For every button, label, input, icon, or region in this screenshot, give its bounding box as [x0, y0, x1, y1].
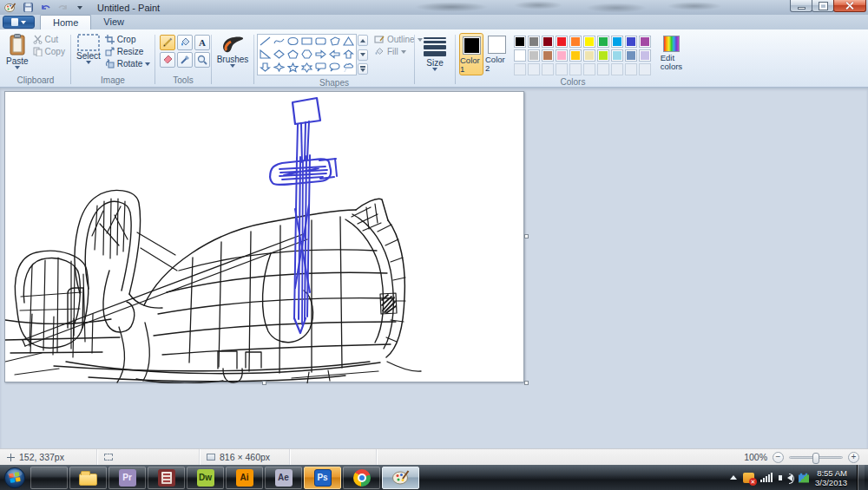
- taskbar-photoshop[interactable]: Ps: [304, 467, 341, 489]
- paste-button[interactable]: Paste: [3, 32, 31, 75]
- qat-customize-dropdown[interactable]: [73, 2, 87, 14]
- palette-swatch-2-7[interactable]: [611, 49, 623, 62]
- shape-four-point-star[interactable]: [273, 62, 286, 74]
- taskbar-illustrator[interactable]: Ai: [226, 467, 263, 489]
- size-button[interactable]: Size: [421, 32, 449, 75]
- shape-pentagon[interactable]: [286, 49, 299, 61]
- zoom-slider-thumb[interactable]: [812, 453, 819, 464]
- palette-swatch-2-5[interactable]: [583, 49, 595, 62]
- palette-empty-slot[interactable]: [542, 63, 554, 75]
- shape-rounded-rectangle[interactable]: [314, 36, 327, 48]
- shape-line[interactable]: [259, 36, 272, 48]
- tray-security-icon[interactable]: [743, 473, 754, 483]
- taskbar-paint[interactable]: [382, 467, 419, 489]
- eyedropper-tool[interactable]: [177, 52, 193, 68]
- shape-up-arrow[interactable]: [342, 49, 355, 61]
- close-button[interactable]: [833, 0, 866, 12]
- edit-colors-button[interactable]: Editcolors: [655, 32, 687, 76]
- shape-polygon[interactable]: [328, 36, 341, 48]
- cut-button[interactable]: Cut: [33, 35, 65, 44]
- show-desktop-button[interactable]: [857, 465, 865, 490]
- resize-handle-right[interactable]: [524, 234, 529, 238]
- pencil-tool[interactable]: [160, 35, 175, 50]
- palette-swatch-1-2[interactable]: [542, 36, 554, 48]
- tab-home[interactable]: Home: [40, 15, 91, 29]
- palette-swatch-1-7[interactable]: [611, 36, 623, 48]
- select-button[interactable]: Select: [74, 32, 103, 75]
- palette-swatch-1-0[interactable]: [514, 36, 526, 48]
- zoom-slider[interactable]: [789, 456, 843, 459]
- palette-swatch-2-2[interactable]: [542, 49, 554, 62]
- palette-swatch-1-5[interactable]: [583, 36, 595, 48]
- tray-clock[interactable]: 8:55 AM 3/3/2013: [815, 468, 851, 487]
- taskbar-video-app[interactable]: [148, 467, 185, 489]
- fill-tool[interactable]: [177, 35, 193, 50]
- palette-swatch-2-6[interactable]: [597, 49, 609, 62]
- magnifier-tool[interactable]: [194, 52, 210, 68]
- taskbar-aftereffects[interactable]: Ae: [265, 467, 302, 489]
- shape-rounded-callout[interactable]: [314, 62, 327, 74]
- taskbar-firefox[interactable]: [30, 467, 68, 489]
- show-hidden-icons-button[interactable]: [730, 475, 737, 480]
- copy-button[interactable]: Copy: [33, 47, 65, 56]
- save-button[interactable]: [21, 2, 35, 14]
- palette-empty-slot[interactable]: [583, 63, 595, 75]
- palette-swatch-1-4[interactable]: [569, 36, 582, 48]
- text-tool[interactable]: A: [194, 35, 210, 50]
- shape-right-triangle[interactable]: [259, 49, 272, 61]
- tray-defender-icon[interactable]: [799, 473, 809, 483]
- palette-swatch-2-8[interactable]: [625, 49, 637, 62]
- color1-button[interactable]: Color 1: [459, 33, 483, 75]
- taskbar-chrome[interactable]: [343, 467, 380, 489]
- zoom-out-button[interactable]: −: [773, 452, 784, 463]
- shape-cloud-callout[interactable]: [342, 62, 355, 74]
- palette-empty-slot[interactable]: [611, 63, 623, 75]
- shape-right-arrow[interactable]: [314, 49, 327, 61]
- palette-empty-slot[interactable]: [528, 63, 540, 75]
- taskbar-explorer[interactable]: [69, 467, 107, 489]
- drawing-canvas[interactable]: [4, 91, 524, 382]
- shapes-overflow[interactable]: [358, 63, 368, 75]
- palette-swatch-2-1[interactable]: [528, 49, 540, 62]
- maximize-button[interactable]: [812, 0, 834, 12]
- palette-empty-slot[interactable]: [569, 63, 582, 75]
- palette-swatch-2-3[interactable]: [556, 49, 568, 62]
- palette-empty-slot[interactable]: [639, 63, 651, 75]
- palette-empty-slot[interactable]: [514, 63, 526, 75]
- tray-network-icon[interactable]: [760, 473, 773, 482]
- palette-swatch-2-9[interactable]: [639, 49, 651, 62]
- resize-handle-corner[interactable]: [524, 381, 529, 385]
- shape-ellipse[interactable]: [286, 36, 299, 48]
- minimize-button[interactable]: [790, 0, 812, 12]
- palette-empty-slot[interactable]: [556, 63, 568, 75]
- shape-oval-callout[interactable]: [328, 62, 341, 74]
- zoom-in-button[interactable]: +: [848, 452, 859, 463]
- resize-handle-bottom[interactable]: [262, 381, 266, 385]
- palette-empty-slot[interactable]: [597, 63, 609, 75]
- start-button[interactable]: [0, 466, 30, 490]
- redo-button[interactable]: [56, 2, 69, 14]
- shapes-scroll-down[interactable]: [358, 49, 368, 61]
- palette-swatch-1-6[interactable]: [597, 36, 609, 48]
- shape-left-arrow[interactable]: [328, 49, 341, 61]
- shape-six-point-star[interactable]: [300, 62, 313, 74]
- palette-swatch-1-9[interactable]: [639, 36, 651, 48]
- rotate-button[interactable]: Rotate: [105, 59, 150, 69]
- palette-swatch-1-1[interactable]: [528, 36, 540, 48]
- palette-swatch-1-3[interactable]: [556, 36, 568, 48]
- taskbar-premiere[interactable]: Pr: [108, 467, 146, 489]
- shape-down-arrow[interactable]: [259, 62, 272, 74]
- crop-button[interactable]: Crop: [105, 35, 150, 44]
- shape-rectangle[interactable]: [300, 36, 313, 48]
- tray-volume-icon[interactable]: [787, 474, 792, 481]
- shape-hexagon[interactable]: [300, 49, 313, 61]
- brushes-button[interactable]: Brushes: [214, 32, 252, 75]
- palette-empty-slot[interactable]: [625, 63, 637, 75]
- shape-five-point-star[interactable]: [286, 62, 299, 74]
- palette-swatch-2-0[interactable]: [514, 49, 526, 62]
- undo-button[interactable]: [38, 2, 52, 14]
- tab-view[interactable]: View: [91, 15, 136, 29]
- shape-triangle[interactable]: [342, 36, 355, 48]
- shapes-scroll-up[interactable]: [358, 35, 368, 46]
- eraser-tool[interactable]: [160, 52, 175, 68]
